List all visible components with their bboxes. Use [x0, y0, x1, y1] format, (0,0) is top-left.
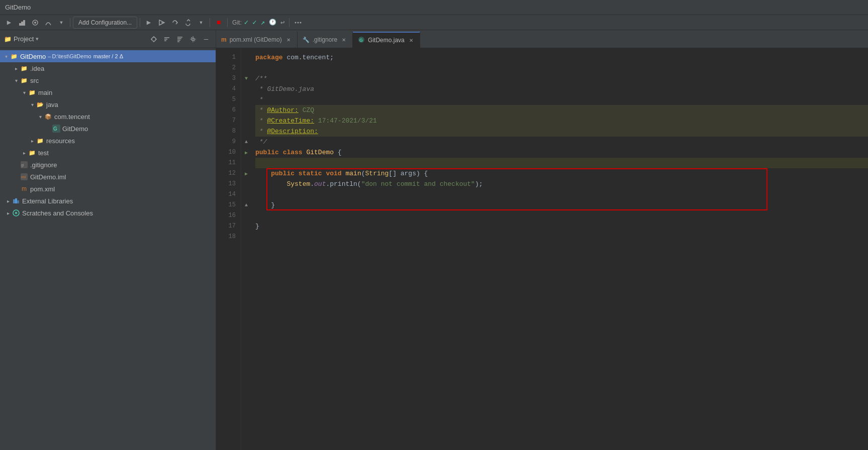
tab-pom-xml[interactable]: m pom.xml (GitDemo) ✕: [216, 32, 298, 48]
dropdown2-button[interactable]: ▾: [195, 17, 207, 29]
sidebar-item-gitdemo-java[interactable]: G GitDemo: [0, 123, 216, 135]
expand-all-button[interactable]: [174, 34, 185, 45]
run-button[interactable]: ▶: [3, 17, 15, 29]
tab-gitdemo-java[interactable]: G GitDemo.java ✕: [353, 32, 420, 48]
code-content[interactable]: package com.tencent; /** * GitDemo.java …: [251, 48, 868, 450]
sidebar-item-gitignore[interactable]: gi .gitignore: [0, 159, 216, 171]
dropdown-button[interactable]: ▾: [55, 17, 67, 29]
code-line-12: public static void main(String[] args) {: [255, 168, 868, 179]
gitignore-file-icon: gi: [20, 161, 28, 169]
gitdemo-java-icon: G: [52, 125, 60, 133]
build-action-button[interactable]: [156, 17, 168, 29]
sidebar-item-gitdemo-iml[interactable]: iml GitDemo.iml: [0, 171, 216, 183]
run-action-button[interactable]: ▶: [143, 17, 155, 29]
resources-label: resources: [46, 137, 75, 145]
svg-rect-2: [23, 20, 25, 26]
sidebar-item-package[interactable]: 📦 com.tencent: [0, 110, 216, 123]
gitdemo-tab-icon: G: [358, 36, 365, 45]
git-rollback-button[interactable]: ↩: [279, 17, 286, 28]
settings-button[interactable]: [187, 34, 199, 45]
toolbar-separator-4: [227, 18, 228, 27]
expand-arrow-10[interactable]: ▶: [245, 150, 248, 156]
line-num-5: 5: [216, 94, 236, 105]
line-num-7: 7: [216, 116, 236, 126]
git-arrow-button[interactable]: ↗: [259, 17, 266, 28]
sidebar-item-external-libraries[interactable]: External Libraries: [0, 195, 216, 207]
gutter: ▼ ▲ ▶ ▶ ▲: [241, 48, 251, 450]
gutter-15: ▲: [241, 200, 251, 210]
sidebar-item-pom-xml[interactable]: m pom.xml: [0, 183, 216, 195]
sidebar-title: 📁 Project ▾: [4, 35, 39, 43]
sidebar-item-idea[interactable]: 📁 .idea: [0, 62, 216, 74]
sidebar-item-main[interactable]: 📁 main: [0, 86, 216, 98]
code-line-9: */: [255, 137, 868, 147]
src-label: src: [30, 77, 39, 84]
code-line-5: *: [255, 94, 868, 105]
idea-folder-icon: 📁: [20, 64, 28, 72]
gitignore-tab-close[interactable]: ✕: [340, 36, 347, 43]
package-icon: 📦: [44, 113, 52, 121]
line-num-6: 6: [216, 105, 236, 116]
svg-point-6: [295, 22, 296, 23]
code-line-14: [255, 189, 868, 200]
code-editor: 1 2 3 4 5 6 7 8 9 10 11 12 13 14 15 16 1…: [216, 48, 868, 450]
git-history-button[interactable]: 🕐: [267, 18, 278, 27]
stop-button[interactable]: ■: [213, 17, 225, 29]
sidebar-item-scratches[interactable]: Scratches and Consoles: [0, 207, 216, 219]
tab-gitignore[interactable]: 🔧 .gitignore ✕: [298, 32, 353, 48]
line-num-3: 3: [216, 73, 236, 84]
locate-file-button[interactable]: [148, 34, 159, 45]
gutter-12: ▶: [241, 168, 251, 179]
toolbar-separator-2: [140, 18, 140, 27]
git-check2-button[interactable]: ✓: [251, 17, 258, 28]
line-num-15: 15: [216, 200, 236, 210]
toolbar-separator-5: [289, 18, 290, 27]
line-num-9: 9: [216, 137, 236, 147]
collapse-arrow-15[interactable]: ▲: [245, 202, 248, 208]
build-button[interactable]: [16, 17, 28, 29]
line-numbers: 1 2 3 4 5 6 7 8 9 10 11 12 13 14 15 16 1…: [216, 48, 241, 450]
gutter-4: [241, 84, 251, 94]
minimize-sidebar-button[interactable]: —: [201, 34, 212, 45]
root-path-value: D:\test\GitDemo: [52, 53, 91, 59]
collapse-arrow-3[interactable]: ▼: [245, 76, 248, 81]
idea-arrow: [12, 64, 20, 72]
scratches-label: Scratches and Consoles: [22, 209, 93, 217]
more-button[interactable]: [292, 17, 304, 29]
expand-arrow-12[interactable]: ▶: [245, 171, 248, 177]
push-button[interactable]: [182, 17, 194, 29]
external-arrow: [4, 197, 12, 205]
sidebar-item-resources[interactable]: 📁 resources: [0, 135, 216, 147]
app-title: GitDemo: [5, 4, 31, 11]
content-area: m pom.xml (GitDemo) ✕ 🔧 .gitignore ✕ G G…: [216, 30, 868, 450]
svg-text:gi: gi: [21, 163, 24, 167]
gitdemo-tab-close[interactable]: ✕: [408, 37, 415, 44]
gutter-7: [241, 116, 251, 126]
pom-tab-close[interactable]: ✕: [285, 36, 292, 43]
sidebar-item-root[interactable]: 📁 GitDemo – D:\test\GitDemo master / 2 Δ: [0, 50, 216, 62]
code-line-11: [255, 158, 868, 168]
gitdemo-tab-label: GitDemo.java: [368, 37, 405, 44]
main-label: main: [38, 89, 52, 96]
sidebar-item-java-src[interactable]: 📂 java: [0, 98, 216, 110]
add-configuration-button[interactable]: Add Configuration...: [73, 17, 137, 29]
gutter-11: [241, 158, 251, 168]
line-num-12: 12: [216, 168, 236, 179]
debug-button[interactable]: [29, 17, 41, 29]
sidebar-item-src[interactable]: 📁 src: [0, 74, 216, 86]
sidebar-item-test[interactable]: 📁 test: [0, 147, 216, 159]
profile-button[interactable]: [42, 17, 54, 29]
git-label: Git:: [232, 19, 242, 26]
collapse-all-button[interactable]: [161, 34, 172, 45]
line-num-10: 10: [216, 147, 236, 158]
idea-label: .idea: [30, 65, 44, 72]
toolbar-separator-1: [70, 18, 70, 27]
pom-xml-arrow: [12, 185, 20, 193]
src-folder-icon: 📁: [20, 76, 28, 84]
git-check1-button[interactable]: ✓: [243, 17, 250, 28]
update-button[interactable]: [169, 17, 181, 29]
collapse-arrow-9[interactable]: ▲: [245, 139, 248, 145]
code-line-6: * @Author: CZQ: [255, 105, 868, 116]
line-num-16: 16: [216, 210, 236, 221]
gitdemo-java-arrow: [44, 125, 52, 133]
